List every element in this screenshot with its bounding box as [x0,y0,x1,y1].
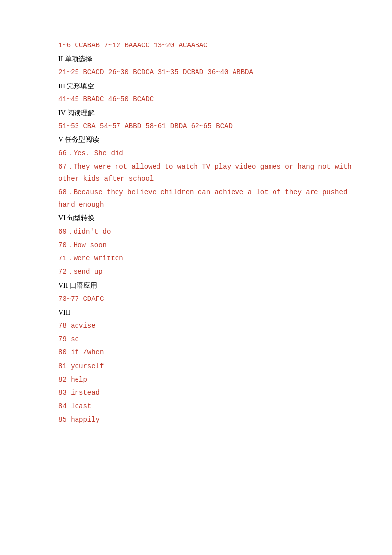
line: 1~6 CCABAB 7~12 BAAACC 13~20 ACAABAC [58,40,353,52]
line: 80 if /when [58,346,353,359]
line: 79 so [58,333,353,345]
line: III 完形填空 [58,80,353,92]
line: 78 advise [58,320,353,332]
line: 69．didn't do [58,226,353,238]
line: 73~77 CDAFG [58,293,353,305]
line: 72．send up [58,266,353,278]
line: VI 句型转换 [58,212,353,224]
line: 81 yourself [58,360,353,373]
line: 82 help [58,374,353,386]
line: 85 happily [58,414,353,426]
line: IV 阅读理解 [58,107,353,119]
line: 83 instead [58,387,353,399]
line: VIII [58,306,353,319]
line: II 单项选择 [58,53,353,65]
line: 84 least [58,400,353,413]
line: 70．How soon [58,239,353,252]
main-content: 1~6 CCABAB 7~12 BAAACC 13~20 ACAABACII 单… [58,40,353,426]
line: 51~53 CBA 54~57 ABBD 58~61 DBDA 62~65 BC… [58,120,353,132]
line: 66．Yes. She did [58,147,353,160]
line: 68．Because they believe children can ach… [58,186,353,211]
line: V 任务型阅读 [58,133,353,146]
line: 67．They were not allowed to watch TV pla… [58,161,353,185]
line: 71．were written [58,253,353,265]
line: 21~25 BCACD 26~30 BCDCA 31~35 DCBAD 36~4… [58,66,353,79]
line: VII 口语应用 [58,279,353,292]
line: 41~45 BBADC 46~50 BCADC [58,93,353,106]
